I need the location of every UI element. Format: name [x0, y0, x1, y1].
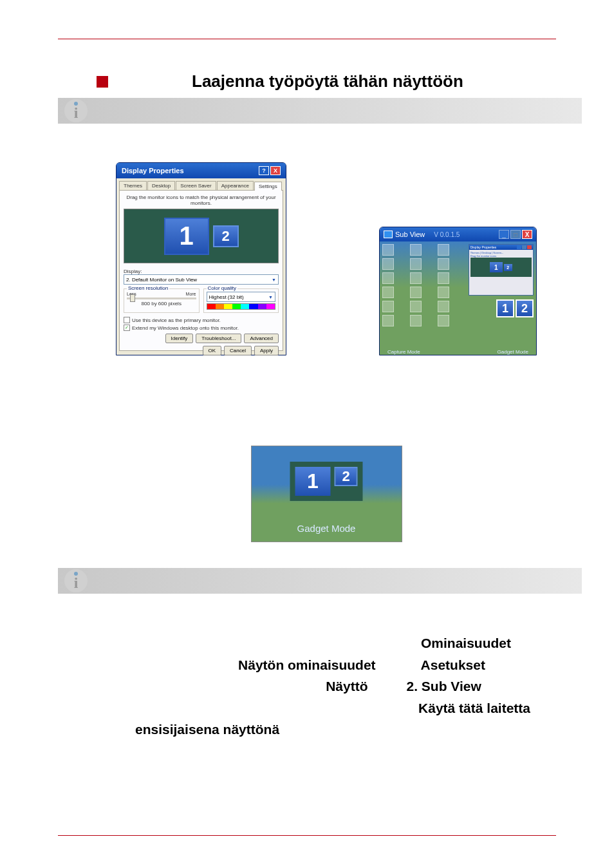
tab-appearance[interactable]: Appearance [217, 181, 254, 190]
minimize-button[interactable]: _ [499, 230, 509, 239]
word-asetukset: Asetukset [421, 654, 485, 676]
resolution-group-label: Screen resolution [127, 285, 169, 291]
gadget-mode-figure: 1 2 Gadget Mode [251, 446, 402, 542]
word-nayton-ominaisuudet: Näytön ominaisuudet [238, 654, 376, 676]
desktop-item-icon[interactable] [438, 272, 449, 284]
desktop-item-icon[interactable] [410, 315, 422, 326]
result-monitor-1: 1 [496, 299, 514, 317]
screen-resolution-group: Screen resolution Less More 800 by 600 p… [124, 288, 200, 313]
chevron-down-icon: ▼ [272, 278, 276, 282]
screenshots-row: Display Properties ? X Themes Desktop Sc… [97, 162, 556, 355]
desktop-item-icon[interactable] [410, 287, 422, 298]
monitor-arrangement[interactable]: 1 2 [124, 209, 279, 263]
subview-title: Sub View [395, 231, 425, 238]
monitor-2-icon[interactable]: 2 [213, 225, 239, 247]
desktop-item-icon[interactable] [438, 301, 449, 312]
color-gradient-bar [207, 303, 276, 310]
mini-titlebar: Display Properties [469, 245, 533, 250]
drag-instruction: Drag the monitor icons to match the phys… [124, 194, 279, 206]
extend-desktop-label: Extend my Windows desktop onto this moni… [132, 325, 239, 331]
desktop-item-icon[interactable] [438, 287, 449, 298]
subview-body: Display Properties Themes | Desktop | Sc… [380, 241, 536, 355]
tab-screensaver[interactable]: Screen Saver [176, 181, 216, 190]
desktop-item-icon[interactable] [410, 301, 422, 312]
word-naytto: Näyttö [326, 675, 367, 697]
subview-app-icon [384, 231, 393, 238]
cancel-button[interactable]: Cancel [224, 346, 252, 355]
capture-mode-label: Capture Mode [387, 349, 420, 355]
tabs: Themes Desktop Screen Saver Appearance S… [116, 178, 286, 190]
display-select[interactable]: 2. Default Monitor on Sub View ▼ [124, 274, 279, 285]
desktop-item-icon[interactable] [382, 272, 394, 284]
tab-desktop[interactable]: Desktop [147, 181, 175, 190]
advanced-button[interactable]: Advanced [244, 334, 279, 343]
extend-desktop-checkbox-row[interactable]: ✓ Extend my Windows desktop onto this mo… [124, 325, 279, 331]
subview-titlebar[interactable]: Sub View V 0.0.1.5 _ □ X [380, 227, 536, 241]
apply-button[interactable]: Apply [254, 346, 279, 355]
color-quality-group: Color quality Highest (32 bit) ▼ [203, 288, 279, 313]
desktop-item-icon[interactable] [382, 258, 394, 270]
word-ominaisuudet: Ominaisuudet [421, 632, 511, 654]
display-properties-window: Display Properties ? X Themes Desktop Sc… [116, 162, 286, 355]
word-kayta: Käytä tätä laitetta [418, 697, 530, 719]
tab-settings[interactable]: Settings [254, 182, 282, 191]
subview-mode-labels: Capture Mode Gadget Mode [380, 349, 536, 355]
primary-monitor-label: Use this device as the primary monitor. [132, 317, 221, 323]
instructions-text: Ominaisuudet Näytön ominaisuudet Asetuks… [97, 632, 556, 741]
subview-window: Sub View V 0.0.1.5 _ □ X [379, 227, 537, 355]
subview-version: V 0.0.1.5 [434, 231, 460, 238]
identify-button[interactable]: Identify [165, 334, 194, 343]
mini-title: Display Properties [470, 245, 497, 249]
section-bullet-icon [97, 76, 108, 88]
desktop-item-icon[interactable] [382, 287, 394, 298]
desktop-item-icon[interactable] [438, 258, 449, 270]
resolution-slider[interactable] [127, 297, 196, 299]
color-group-label: Color quality [207, 285, 237, 291]
maximize-button[interactable]: □ [510, 230, 521, 239]
result-monitors: 1 2 [469, 299, 534, 317]
tab-themes[interactable]: Themes [119, 181, 147, 190]
desktop-item-icon[interactable] [382, 301, 394, 312]
help-button[interactable]: ? [259, 166, 269, 175]
desktop-item-icon[interactable] [382, 244, 394, 256]
word-ensisijaisena: ensisijaisena näyttönä [135, 722, 279, 737]
mini-min-icon [517, 245, 521, 249]
top-divider [58, 39, 556, 39]
gadget-monitor-1: 1 [295, 467, 331, 496]
mini-max-icon [522, 245, 526, 249]
resolution-value: 800 by 600 pixels [127, 301, 196, 307]
gadget-mode-label: Gadget Mode [498, 349, 528, 355]
desktop-item-icon[interactable] [438, 244, 449, 256]
bottom-divider [58, 835, 556, 836]
mini-display-props: Display Properties Themes | Desktop | Sc… [469, 244, 534, 296]
desktop-item-icon[interactable] [382, 315, 394, 326]
gadget-monitors: 1 2 [290, 462, 363, 501]
checkbox-primary[interactable] [124, 317, 130, 323]
mini-monitor-2: 2 [504, 264, 512, 271]
info-icon: i [64, 569, 88, 592]
monitor-1-icon[interactable]: 1 [164, 218, 209, 255]
desktop-item-icon[interactable] [438, 315, 449, 326]
result-monitor-2: 2 [516, 299, 534, 317]
desktop-item-icon[interactable] [410, 244, 422, 256]
ok-button[interactable]: OK [203, 346, 222, 355]
desktop-item-icon[interactable] [410, 258, 422, 270]
gadget-monitor-2: 2 [335, 467, 358, 486]
word-subview: 2. Sub View [407, 675, 481, 697]
display-label: Display: [124, 269, 279, 274]
mini-monitors: 1 2 [470, 258, 532, 277]
res-more-label: More [186, 292, 196, 296]
close-button[interactable]: X [522, 230, 532, 239]
primary-monitor-checkbox-row[interactable]: Use this device as the primary monitor. [124, 317, 279, 323]
settings-panel: Drag the monitor icons to match the phys… [119, 190, 283, 351]
troubleshoot-button[interactable]: Troubleshoot... [196, 334, 241, 343]
slider-thumb[interactable] [130, 294, 135, 302]
color-quality-select[interactable]: Highest (32 bit) ▼ [207, 292, 276, 302]
gadget-mode-caption: Gadget Mode [252, 523, 402, 534]
close-button[interactable]: X [270, 166, 281, 175]
section-header: Laajenna työpöytä tähän näyttöön [97, 71, 556, 91]
checkbox-extend[interactable]: ✓ [124, 325, 130, 331]
display-properties-titlebar[interactable]: Display Properties ? X [116, 163, 286, 178]
desktop-item-icon[interactable] [410, 272, 422, 284]
subview-right-panel: Display Properties Themes | Desktop | Sc… [466, 241, 536, 355]
